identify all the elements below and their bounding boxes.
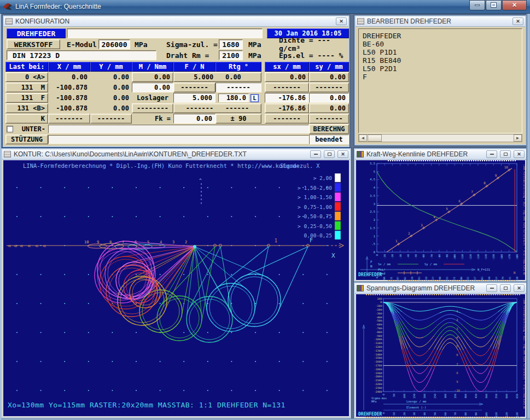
rm-unit: MPa bbox=[248, 50, 261, 60]
kraftweg-minimize-button[interactable] bbox=[486, 150, 497, 158]
spannung-minimize-button[interactable] bbox=[486, 284, 497, 292]
scroll-thumb[interactable] bbox=[368, 135, 382, 142]
svg-text:80: 80 bbox=[464, 412, 467, 416]
minimize-icon bbox=[314, 154, 318, 155]
kraftweg-close-button[interactable]: ✕ bbox=[514, 150, 525, 158]
svg-text:-80: -80 bbox=[438, 254, 441, 259]
table-cell: 0.00 bbox=[90, 103, 132, 113]
svg-text:-900: -900 bbox=[376, 335, 382, 337]
konfiguration-titlebar[interactable]: KONFIGURATION ✕ bbox=[4, 16, 348, 27]
svg-text:-10: -10 bbox=[383, 254, 386, 259]
svg-text:-60: -60 bbox=[422, 254, 425, 259]
svg-text:20: 20 bbox=[403, 412, 406, 416]
kontur-minimize-button[interactable] bbox=[310, 150, 321, 158]
chart-icon bbox=[357, 151, 364, 158]
table-cell[interactable]: K bbox=[5, 114, 48, 124]
svg-text:-170: -170 bbox=[508, 254, 511, 260]
maximize-icon bbox=[491, 3, 496, 7]
svg-text:250: 250 bbox=[434, 394, 436, 399]
loslager-l-button[interactable]: L bbox=[251, 94, 259, 102]
spannung-close-button[interactable]: ✕ bbox=[514, 284, 525, 292]
svg-text:.5: .5 bbox=[372, 242, 376, 246]
konfiguration-close-button[interactable]: ✕ bbox=[336, 18, 347, 25]
geometry-code-editor[interactable]: DREHFEDER BE-60 L50 P1D1 R15 BE840 L50 P… bbox=[358, 28, 522, 133]
table-cell: 0.00 bbox=[309, 103, 349, 113]
table-cell[interactable]: 0.00 bbox=[309, 93, 349, 103]
table-cell[interactable]: BERECHNG bbox=[309, 124, 349, 134]
kraftweg-titlebar[interactable]: Kraft-Weg-Kennlinie DREHFEDER ✕ bbox=[355, 149, 526, 160]
table-cell: 0.00 bbox=[90, 83, 132, 92]
close-button[interactable]: ✕ bbox=[502, 0, 527, 10]
kontur-maximize-button[interactable] bbox=[324, 150, 335, 158]
din-field[interactable]: DIN 17223 D bbox=[7, 50, 156, 60]
table-cell[interactable]: 131 M bbox=[5, 83, 48, 92]
kraftweg-maximize-button[interactable] bbox=[500, 150, 511, 158]
bearbeiten-titlebar[interactable]: BEARBEITEN DREHFEDER ✕ bbox=[356, 16, 525, 27]
svg-text:-300: -300 bbox=[376, 312, 382, 315]
table-cell: ------- bbox=[309, 114, 349, 124]
kontur-window: KONTUR: C:\Users\Kuno\Documents\LinAwin\… bbox=[1, 148, 351, 418]
name-field[interactable] bbox=[67, 28, 263, 38]
table-cell bbox=[48, 125, 309, 133]
table-cell[interactable]: STÜTZUNG bbox=[5, 135, 48, 144]
unterstuetzung-checkbox[interactable] bbox=[7, 126, 13, 132]
svg-text:-130: -130 bbox=[477, 254, 480, 260]
svg-text:3: 3 bbox=[374, 202, 375, 206]
svg-text:450: 450 bbox=[475, 394, 477, 399]
svg-text:-2300: -2300 bbox=[374, 387, 382, 389]
table-cell[interactable]: -176.86 bbox=[265, 93, 309, 103]
svg-text:3.5: 3.5 bbox=[370, 194, 375, 197]
scroll-right-arrow[interactable]: ► bbox=[514, 135, 522, 142]
minimize-button[interactable] bbox=[469, 0, 485, 10]
svg-text:3: 3 bbox=[172, 240, 174, 244]
emodul-input[interactable]: 206000 bbox=[98, 39, 130, 49]
table-cell[interactable]: 131 F bbox=[5, 93, 48, 103]
svg-text:10: 10 bbox=[456, 389, 460, 392]
table-cell[interactable]: 5.000 bbox=[173, 93, 216, 103]
svg-text:-120: -120 bbox=[469, 254, 472, 260]
spannung-maximize-button[interactable] bbox=[500, 284, 511, 292]
svg-text:-150: -150 bbox=[492, 254, 495, 260]
table-cell[interactable]: 0.00 bbox=[173, 114, 216, 124]
bearbeiten-close-button[interactable]: ✕ bbox=[512, 18, 523, 25]
svg-text:-1300: -1300 bbox=[374, 349, 382, 352]
table-cell[interactable]: 0.00 bbox=[132, 83, 173, 92]
table-cell[interactable]: 0 <A> bbox=[5, 72, 48, 82]
svg-text:Element (-): Element (-) bbox=[406, 406, 426, 409]
spannung-titlebar[interactable]: Spannungs-Diagramm DREHFEDER ✕ bbox=[355, 283, 526, 294]
sigma-input[interactable]: 1680 bbox=[219, 39, 243, 49]
werkstoff-button[interactable]: WERKSTOFF bbox=[7, 39, 60, 49]
scroll-left-arrow[interactable]: ◄ bbox=[359, 135, 367, 142]
table-header-cell: sx / mm bbox=[265, 62, 309, 72]
table-cell: Loslager bbox=[132, 93, 173, 103]
federtyp-button[interactable]: DREHFEDER bbox=[7, 28, 66, 38]
table-cell[interactable]: beendet bbox=[309, 135, 349, 144]
table-cell: -176.86 bbox=[265, 103, 309, 113]
svg-text:8: 8 bbox=[109, 240, 112, 244]
kontur-titlebar[interactable]: KONTUR: C:\Users\Kuno\Documents\LinAwin\… bbox=[2, 149, 350, 160]
svg-text:-90: -90 bbox=[446, 254, 449, 259]
svg-text:400: 400 bbox=[464, 394, 467, 399]
svg-text:-500: -500 bbox=[376, 319, 382, 322]
close-icon: ✕ bbox=[512, 2, 517, 9]
horizontal-scrollbar[interactable]: ◄ ► bbox=[358, 134, 522, 142]
svg-text:> 1,50-2,00: > 1,50-2,00 bbox=[298, 185, 332, 191]
spannung-plot: 1000-100-200-300-400-500-600-700-800-900… bbox=[356, 294, 526, 418]
svg-text:550: 550 bbox=[495, 394, 498, 399]
svg-text:R: R bbox=[514, 271, 516, 275]
table-cell[interactable]: ------ bbox=[216, 83, 261, 92]
svg-text:LINA-Formfederberechnung * Dip: LINA-Formfederberechnung * Dipl.-Ing.(FH… bbox=[23, 162, 300, 169]
svg-text:N: N bbox=[370, 264, 372, 268]
svg-text:-2200: -2200 bbox=[374, 383, 382, 386]
mdi-area: KONFIGURATION ✕ DREHFEDER 30 Jan 2016 18… bbox=[0, 14, 530, 420]
rm-input[interactable]: 2100 bbox=[219, 50, 243, 60]
svg-text:100: 100 bbox=[403, 394, 406, 399]
kraftweg-plot: 0.511.522.533.544.555.5123456789100-10-2… bbox=[356, 160, 526, 282]
kontur-close-button[interactable]: ✕ bbox=[337, 150, 348, 158]
maximize-button[interactable] bbox=[486, 0, 502, 10]
svg-text:5: 5 bbox=[456, 345, 458, 348]
svg-text:917: 917 bbox=[474, 277, 476, 282]
svg-text:-30: -30 bbox=[399, 254, 402, 259]
table-cell[interactable]: 131 <B> bbox=[5, 103, 48, 113]
konfig-row-material: WERKSTOFF E-Modul = 206000 MPa Sigma-zul… bbox=[5, 39, 347, 50]
